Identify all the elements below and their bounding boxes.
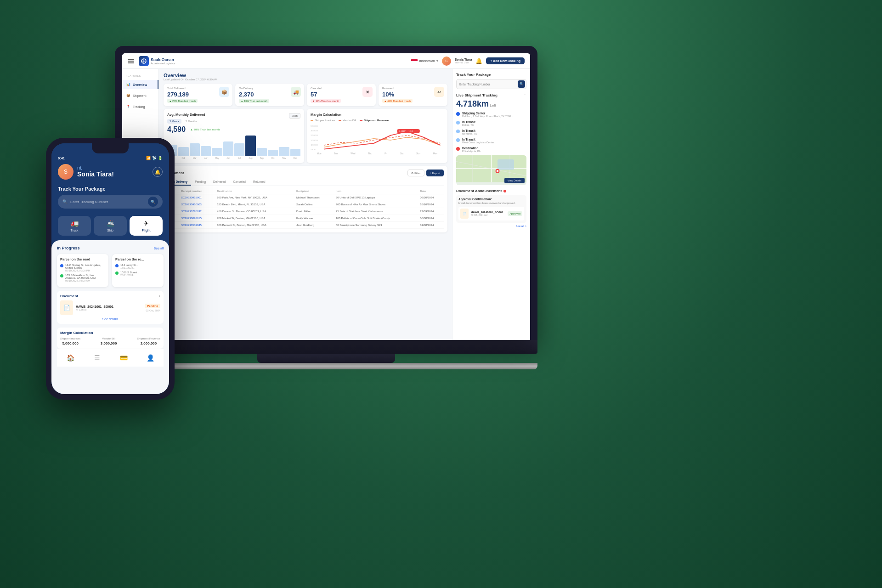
phone-app: 9:41 📶 📡 🔋 S Hi, Sonia Tia [51,143,169,394]
page-subtitle: Last Updated On October 07, 2024 6:30 AM [164,78,447,81]
stat-icon-1: 🚚 [291,87,301,97]
export-button[interactable]: ↑ Export [426,170,444,176]
phone-user-row: S Hi, Sonia Tiara! 🔔 [58,164,163,180]
sidebar-item-tracking[interactable]: 📍 Tracking [122,102,158,111]
receipt-link-1[interactable]: SC20230915001 [181,196,202,199]
tab-returned[interactable]: Returned [249,179,269,186]
bar-feb: Feb [178,147,188,159]
stop-dot-1 [456,121,460,124]
laptop-device: ScaleOcean Accelerate Logistics Indonesi… [115,46,537,505]
table-row: 2 SC20230910003 325 Beach Blvd, Miami, F… [167,201,444,208]
receipt-link-3[interactable]: SC20230728032 [181,210,202,213]
parcel-card-2: Parcel on the ro... 114 Leroy St... 15/1… [112,254,164,287]
action-buttons: ⚙ Filter ↑ Export [407,170,444,176]
transport-tab-flight[interactable]: ✈ Flight [130,216,163,236]
filter-button[interactable]: ⚙ Filter [407,170,424,176]
stop-dot-2 [456,130,460,133]
view-details-button[interactable]: View Details [504,178,525,183]
table-row: 5 SC20230503845 306 Bennett St, Boston, … [167,222,444,229]
svg-text:5500: 5500 [311,125,318,127]
hawb-id: #F12675 [76,308,113,311]
phone-track-title: Track Your Package [58,186,163,192]
parcel-stop-to-2: 1026 S Bonni... 20/11/2024... [115,271,160,277]
distance-value: 4.718km [456,99,489,108]
parcel-dot-to-1 [60,274,63,277]
user-info: Sonia Tiara Internal User [455,58,472,64]
doc-arrow-icon[interactable]: › [159,294,160,298]
add-booking-button[interactable]: + Add New Booking [486,57,525,64]
phone-bell-icon[interactable]: 🔔 [153,167,163,177]
stop-dot-0 [456,112,460,116]
receipt-link-2[interactable]: SC20230910003 [181,203,202,206]
charts-row: Avg. Monthly Delivered 2025 1 Years 5 Mo… [164,109,447,163]
tab-5months[interactable]: 5 Months [183,119,199,124]
margin-chart-more[interactable]: ⋯ [440,114,444,118]
receipt-link-4[interactable]: SC20230892015 [181,217,202,220]
track-input[interactable] [456,79,526,89]
tab-pending[interactable]: Pending [191,179,209,186]
logo-icon [139,56,149,66]
nav-card[interactable]: 💳 [119,353,129,363]
transport-tab-truck[interactable]: 🚛 Truck [58,216,91,236]
phone-greeting: Hi, [77,166,114,170]
hawb-row: 📄 HAWB_20241001_SO001 #F12675 Pending 02… [60,300,160,315]
shipment-table: No. Receipt number Destination Recipient… [167,188,444,229]
shipment-section: Shipment ⚙ Filter ↑ Export [164,166,447,232]
doc-filesize: 80 KB, 2014 AM [471,214,503,216]
sidebar-item-overview[interactable]: 📊 Overview [122,80,158,89]
track-search-button[interactable]: 🔍 [518,80,525,88]
tab-delivered[interactable]: Delivered [209,179,229,186]
language-selector[interactable]: Indonesian ▾ [411,59,438,63]
laptop-stand [257,354,395,363]
trend-badge-3: ▲ 42% Than last month [382,99,413,103]
bar-oct: Oct [268,150,278,159]
legend-revenue: Shipment Revenue [360,119,389,122]
svg-text:1500: 1500 [311,144,318,146]
tracking-icon: 📍 [126,104,130,109]
tab-canceled[interactable]: Canceled [229,179,249,186]
phone-device: 9:41 📶 📡 🔋 S Hi, Sonia Tia [46,138,175,400]
avg-monthly-chart: Avg. Monthly Delivered 2025 1 Years 5 Mo… [164,109,304,163]
dashboard: ScaleOcean Accelerate Logistics Indonesi… [122,53,530,340]
dashboard-body: FEATURES 📊 Overview 📦 Shipment 📍 [122,69,530,340]
tab-1year[interactable]: 1 Years [167,119,181,124]
stat-returned: Returned 10% ▲ 42% Than last month ↩ [379,84,447,106]
phone-header: S Hi, Sonia Tiara! 🔔 [51,160,169,183]
user-avatar: S [442,57,451,66]
sidebar-item-shipment[interactable]: 📦 Shipment [122,91,158,100]
phone-search-button[interactable]: 🔍 [148,197,158,207]
nav-home[interactable]: 🏠 [65,353,75,363]
live-tracking-more[interactable]: ⋯ [522,93,526,97]
bar-jun: Jun [223,141,233,159]
chart-legend: Shipper Invoices Vendor Bill [311,119,444,122]
table-row: 1 SC20230915001 690 Park Ave, New York, … [167,194,444,201]
see-all-link[interactable]: See all > [456,225,526,227]
stats-row: Total Delivered 279,189 ▲ 25% Than last … [164,84,447,106]
laptop-screen-outer: ScaleOcean Accelerate Logistics Indonesi… [115,46,537,340]
phone-transport-tabs: 🚛 Truck 🚢 Ship ✈ Flight [51,216,169,236]
see-details-link[interactable]: See details [60,317,160,321]
stop-transit-1: In Transit Dallas, TX [456,120,526,126]
transport-tab-ship[interactable]: 🚢 Ship [94,216,127,236]
export-icon: ↑ [430,172,431,175]
approval-title: Approval Confirmation: [458,198,524,201]
stat-icon-2: ✕ [362,87,373,97]
status-icons: 📶 📡 🔋 [146,156,163,160]
see-all-button[interactable]: See all [154,247,164,250]
phone-search-bar[interactable]: 🔍 Enter Tracking Number 🔍 [58,195,163,209]
hamburger-menu[interactable] [128,59,134,63]
laptop-base [115,340,537,354]
phone-doc-title: Document [60,294,78,298]
bell-icon[interactable]: 🔔 [475,58,482,64]
margin-section: Margin Calculation Shipper Invoices 5,00… [57,328,164,349]
nav-menu[interactable]: ☰ [92,353,102,363]
stop-dot-3 [456,138,460,142]
nav-profile[interactable]: 👤 [145,353,155,363]
document-notification-dot [503,190,506,192]
stop-dot-dest [456,147,460,151]
shipment-header: Shipment ⚙ Filter ↑ Export [167,170,444,176]
table-row: 4 SC20230892015 789 Market St, Boston, M… [167,215,444,222]
laptop-screen-inner: ScaleOcean Accelerate Logistics Indonesi… [122,53,530,340]
receipt-link-5[interactable]: SC20230503845 [181,224,202,226]
stop-transit-2: In Transit Memphis, TN [456,129,526,135]
